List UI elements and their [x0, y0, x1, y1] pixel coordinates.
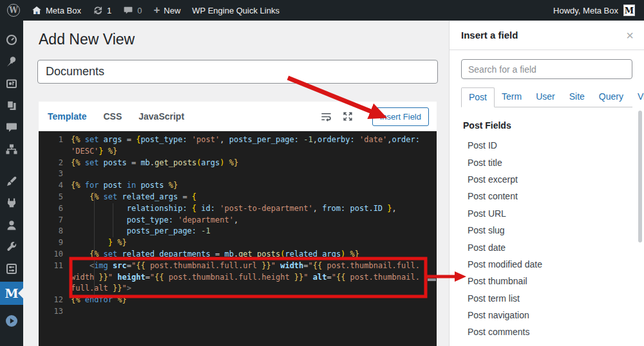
panel-title: Insert a field: [461, 30, 518, 41]
field-item-post-url[interactable]: Post URL: [468, 205, 622, 222]
field-item-post-title[interactable]: Post title: [468, 154, 622, 170]
dashboard-icon: [5, 33, 18, 46]
sidebar-item-settings[interactable]: [0, 258, 23, 280]
avatar[interactable]: M: [623, 5, 635, 16]
pages-icon: [5, 99, 18, 112]
panel-scrollbar[interactable]: [638, 111, 642, 242]
code-line: 4{% for post in posts %}: [39, 180, 437, 192]
code-line: 10 {% set related_departments = mb.get_p…: [39, 249, 437, 260]
code-line: 9 } %}: [39, 237, 437, 249]
editor-tab-template[interactable]: Template: [48, 111, 86, 122]
sidebar-item-media[interactable]: [0, 73, 23, 95]
panel-tab-site[interactable]: Site: [562, 87, 592, 107]
sidebar-item-dashboard[interactable]: [0, 29, 23, 51]
sidebar-item-pages[interactable]: [0, 95, 23, 116]
insert-field-button[interactable]: Insert Field: [372, 107, 429, 126]
fields-list: Post IDPost titlePost excerptPost conten…: [468, 137, 622, 341]
comments-menu[interactable]: 0: [117, 0, 147, 21]
line-number: 8: [39, 226, 71, 237]
updates-menu[interactable]: 1: [87, 0, 117, 21]
new-label: New: [164, 6, 180, 15]
line-number: 7: [39, 215, 71, 226]
quick-links-label: WP Engine Quick Links: [192, 6, 279, 15]
appearance-icon: [5, 175, 18, 188]
field-item-post-thumbnail[interactable]: Post thumbnail: [468, 273, 622, 289]
field-item-post-date[interactable]: Post date: [468, 239, 622, 255]
video-icon: [5, 314, 19, 328]
settings-icon: [5, 262, 18, 275]
code-line: 12{% endfor %}: [39, 295, 437, 306]
line-number: 4: [39, 180, 71, 192]
indent-guide: [113, 203, 113, 237]
editor-tabs: TemplateCSSJavaScript: [48, 111, 201, 122]
plugins-icon: [5, 197, 18, 210]
sidebar-item-comments[interactable]: [0, 116, 23, 138]
comments-icon: [123, 5, 133, 15]
code-line: 3: [39, 168, 437, 180]
posts-icon: [5, 55, 18, 68]
field-search-input[interactable]: [461, 59, 632, 79]
field-item-post-id[interactable]: Post ID: [468, 137, 622, 154]
wordpress-logo-icon: W: [7, 4, 20, 17]
line-number: 10: [39, 249, 71, 260]
code-line: 6 relationship: { id: 'post-to-departmen…: [39, 203, 437, 215]
view-name-input[interactable]: [37, 60, 438, 84]
admin-sidebar: M: [0, 21, 23, 346]
updates-count: 1: [107, 6, 111, 15]
sidebar-item-appearance[interactable]: [0, 170, 23, 192]
site-menu[interactable]: Meta Box: [26, 0, 87, 21]
editor-tab-javascript[interactable]: JavaScript: [138, 111, 184, 122]
panel-header: Insert a field ×: [450, 21, 644, 50]
comments-icon: [5, 121, 18, 134]
tools-icon: [5, 241, 18, 253]
structure-icon: [5, 143, 18, 156]
sidebar-item-users[interactable]: [0, 214, 23, 236]
indent-guide: [94, 192, 95, 295]
panel-tab-user[interactable]: User: [529, 87, 562, 107]
field-item-post-content[interactable]: Post content: [468, 188, 622, 205]
code-line: 13: [39, 306, 437, 318]
panel-tab-view[interactable]: View: [630, 87, 644, 107]
sidebar-item-tools[interactable]: [0, 236, 23, 258]
panel-tab-query[interactable]: Query: [592, 87, 630, 107]
editor-card: TemplateCSSJavaScript Insert Field 1{% s…: [39, 102, 437, 346]
wp-logo-menu[interactable]: W: [0, 0, 26, 21]
line-number: 9: [39, 237, 71, 249]
code-line: 11 <img src="{{ post.thumbnail.full.url …: [39, 260, 437, 295]
panel-tab-post[interactable]: Post: [461, 87, 495, 107]
line-number: 12: [39, 295, 71, 306]
line-number: 1: [39, 134, 71, 158]
code-line: 7 post_type: 'department',: [39, 215, 437, 226]
word-wrap-icon[interactable]: [320, 111, 332, 123]
line-number: 2: [39, 158, 71, 169]
field-item-post-excerpt[interactable]: Post excerpt: [468, 171, 622, 188]
page-title: Add New View: [39, 31, 135, 48]
code-lines: 1{% set args = {post_type: 'post', posts…: [39, 134, 437, 318]
code-line: 1{% set args = {post_type: 'post', posts…: [39, 134, 437, 158]
editor-tab-css[interactable]: CSS: [103, 111, 122, 122]
sidebar-item-structure[interactable]: [0, 138, 23, 160]
close-icon[interactable]: ×: [626, 29, 634, 42]
field-item-post-term-list[interactable]: Post term list: [468, 290, 622, 307]
fullscreen-icon[interactable]: [342, 111, 354, 122]
line-number: 11: [39, 260, 71, 295]
media-icon: [5, 77, 18, 90]
sidebar-item-plugins[interactable]: [0, 192, 23, 214]
editor-tab-bar: TemplateCSSJavaScript Insert Field: [39, 102, 437, 131]
field-item-post-comments[interactable]: Post comments: [468, 323, 622, 340]
field-item-post-slug[interactable]: Post slug: [468, 222, 622, 239]
sidebar-item-video[interactable]: [0, 310, 23, 332]
panel-tab-term[interactable]: Term: [495, 87, 529, 107]
field-item-post-modified-date[interactable]: Post modified date: [468, 256, 622, 273]
sidebar-item-metabox[interactable]: M: [0, 282, 23, 305]
sidebar-item-posts[interactable]: [0, 51, 23, 73]
new-menu[interactable]: + New: [147, 0, 186, 21]
fields-section-heading: Post Fields: [463, 120, 511, 131]
admin-bar: W Meta Box 1 0 + New WP Engine Quick Lin…: [0, 0, 644, 21]
editor-scroll-indicator[interactable]: [428, 278, 436, 281]
code-line: 8 posts_per_page: -1: [39, 226, 437, 237]
field-item-post-navigation[interactable]: Post navigation: [468, 307, 622, 323]
wp-engine-quick-links[interactable]: WP Engine Quick Links: [186, 0, 285, 21]
howdy-text[interactable]: Howdy, Meta Box: [553, 6, 618, 15]
code-editor[interactable]: 1{% set args = {post_type: 'post', posts…: [39, 131, 437, 346]
